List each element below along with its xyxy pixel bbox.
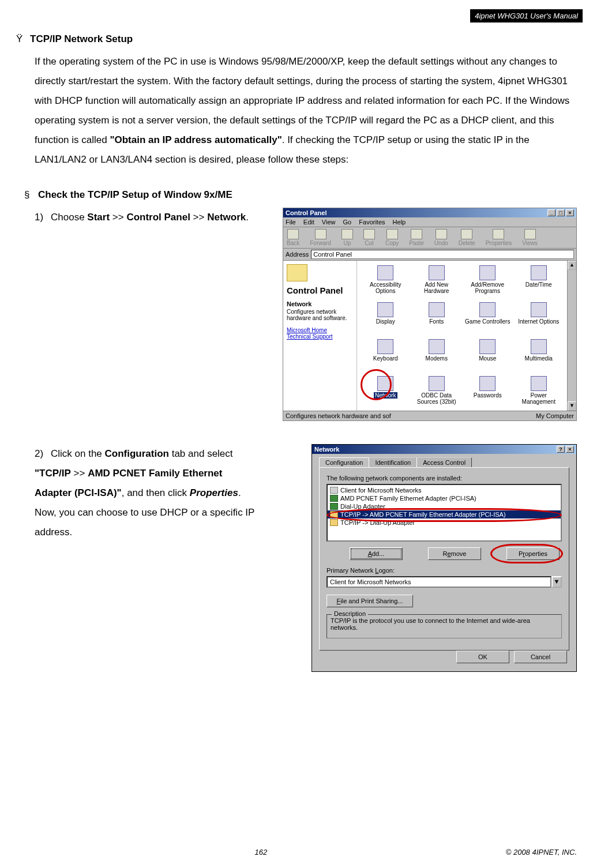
maximize-button[interactable]: □ (557, 209, 565, 216)
desc-text: TCP/IP is the protocol you use to connec… (331, 617, 530, 631)
logon-dropdown[interactable]: Client for Microsoft Networks ▼ (326, 576, 562, 588)
icon-display[interactable]: Display (361, 302, 411, 338)
cp-side-title: Control Panel (287, 286, 353, 296)
tb-paste[interactable]: Paste (409, 229, 424, 246)
step1-row: 1)Choose Start >> Control Panel >> Netwo… (16, 208, 577, 421)
intro-pre: If the operating system of the PC in use… (35, 56, 569, 145)
tb-undo[interactable]: Undo (434, 229, 448, 246)
menu-help[interactable]: Help (393, 219, 406, 226)
cp-scrollbar[interactable]: ▲ ▼ (567, 261, 576, 411)
icon-game[interactable]: Game Controllers (463, 302, 513, 338)
header-badge: 4ipnet WHG301 User's Manual (470, 9, 583, 22)
bullet-icon: Ÿ (16, 33, 30, 45)
icon-internet[interactable]: Internet Options (514, 302, 564, 338)
minimize-button[interactable]: _ (547, 209, 556, 216)
menu-go[interactable]: Go (343, 219, 352, 226)
close-button[interactable]: × (566, 446, 574, 453)
icon-network[interactable]: Network (361, 376, 411, 411)
icon-mouse[interactable]: Mouse (463, 339, 513, 375)
intro-bold: "Obtain an IP address automatically" (110, 134, 282, 145)
step2-num: 2) (35, 444, 51, 464)
cp-sidebar: Control Panel Network Configures network… (283, 261, 357, 411)
tb-cut[interactable]: Cut (363, 229, 375, 246)
icon-fonts[interactable]: Fonts (412, 302, 462, 338)
components-listbox[interactable]: Client for Microsoft Networks AMD PCNET … (326, 484, 562, 542)
dropdown-arrow-icon[interactable]: ▼ (551, 576, 562, 588)
section-title: ŸTCP/IP Network Setup (16, 33, 577, 45)
status-right: My Computer (536, 412, 574, 419)
file-print-sharing-button[interactable]: File and Print Sharing... (326, 595, 413, 607)
tab-configuration[interactable]: Configuration (319, 457, 369, 467)
list-item[interactable]: Dial-Up Adapter (328, 502, 561, 510)
net-footer: OK Cancel (319, 651, 569, 666)
tab-access-control[interactable]: Access Control (416, 457, 472, 467)
menu-edit[interactable]: Edit (303, 219, 314, 226)
help-button[interactable]: ? (557, 446, 565, 453)
cp-addressbar: Address Control Panel (283, 249, 576, 261)
tb-copy[interactable]: Copy (385, 229, 399, 246)
tb-forward[interactable]: Forward (310, 229, 331, 246)
tb-properties[interactable]: Properties (486, 229, 512, 246)
client-icon (330, 487, 338, 494)
add-button[interactable]: Add... (350, 547, 403, 560)
step2-text: 2)Click on the Configuration tab and sel… (35, 444, 258, 542)
icon-datetime[interactable]: Date/Time (514, 265, 564, 301)
list-item-selected[interactable]: TCP/IP -> AMD PCNET Family Ethernet Adap… (328, 510, 561, 518)
tb-back[interactable]: Back (287, 229, 299, 246)
icon-multimedia[interactable]: Multimedia (514, 339, 564, 375)
cp-toolbar: Back Forward Up Cut Copy Paste Undo Dele… (283, 227, 576, 249)
network-dialog: Network ? × Configuration Identification… (311, 444, 577, 672)
component-buttons: Add... Remove Properties (329, 547, 560, 560)
tab-panel: The following network components are ins… (319, 467, 569, 651)
protocol-icon (330, 511, 338, 518)
ok-button[interactable]: OK (456, 651, 509, 663)
properties-button[interactable]: Properties (506, 547, 560, 560)
list-item[interactable]: AMD PCNET Family Ethernet Adapter (PCI-I… (328, 494, 561, 502)
description-box: Description TCP/IP is the protocol you u… (326, 614, 562, 638)
tb-views[interactable]: Views (522, 229, 538, 246)
page-content: ŸTCP/IP Network Setup If the operating s… (0, 0, 593, 672)
adapter-icon (330, 503, 338, 510)
cp-menubar: File Edit View Go Favorites Help (283, 217, 576, 227)
link-ms-home[interactable]: Microsoft Home (287, 327, 353, 333)
components-label: The following network components are ins… (326, 475, 562, 482)
icon-add-hardware[interactable]: Add New Hardware (412, 265, 462, 301)
scroll-up-icon[interactable]: ▲ (568, 261, 576, 270)
addr-field[interactable]: Control Panel (311, 250, 574, 259)
subsection-title: §Check the TCP/IP Setup of Window 9x/ME (24, 189, 577, 201)
net-title-text: Network (314, 446, 339, 453)
icon-modems[interactable]: Modems (412, 339, 462, 375)
icon-keyboard[interactable]: Keyboard (361, 339, 411, 375)
tb-up[interactable]: Up (341, 229, 353, 246)
scroll-down-icon[interactable]: ▼ (568, 401, 576, 411)
cp-title-buttons: _ □ × (547, 209, 574, 216)
close-button[interactable]: × (566, 209, 574, 216)
tb-delete[interactable]: Delete (459, 229, 475, 246)
menu-view[interactable]: View (322, 219, 336, 226)
icon-power[interactable]: Power Management (514, 376, 564, 411)
cp-title-text: Control Panel (286, 209, 327, 216)
menu-favorites[interactable]: Favorites (359, 219, 385, 226)
remove-button[interactable]: Remove (428, 547, 481, 560)
icon-accessibility[interactable]: Accessibility Options (361, 265, 411, 301)
list-item[interactable]: TCP/IP -> Dial-Up Adapter (328, 518, 561, 527)
section-title-text: TCP/IP Network Setup (30, 33, 133, 44)
step1-num: 1) (35, 208, 51, 227)
list-item[interactable]: Client for Microsoft Networks (328, 486, 561, 494)
net-tabs: Configuration Identification Access Cont… (319, 457, 569, 467)
desc-legend: Description (332, 610, 368, 617)
copyright: © 2008 4IPNET, INC. (506, 848, 577, 856)
icon-add-remove[interactable]: Add/Remove Programs (463, 265, 513, 301)
page-footer: 162 © 2008 4IPNET, INC. (0, 848, 593, 856)
menu-file[interactable]: File (286, 219, 296, 226)
sub-bullet-icon: § (24, 189, 38, 201)
cancel-button[interactable]: Cancel (514, 651, 567, 663)
cp-body: Control Panel Network Configures network… (283, 261, 576, 411)
link-tech-support[interactable]: Technical Support (287, 333, 353, 340)
page-number: 162 (255, 848, 268, 856)
cp-icon-grid: Accessibility Options Add New Hardware A… (357, 261, 567, 411)
tab-identification[interactable]: Identification (369, 457, 417, 467)
step2-row: 2)Click on the Configuration tab and sel… (16, 444, 577, 672)
icon-passwords[interactable]: Passwords (463, 376, 513, 411)
icon-odbc[interactable]: ODBC Data Sources (32bit) (412, 376, 462, 411)
